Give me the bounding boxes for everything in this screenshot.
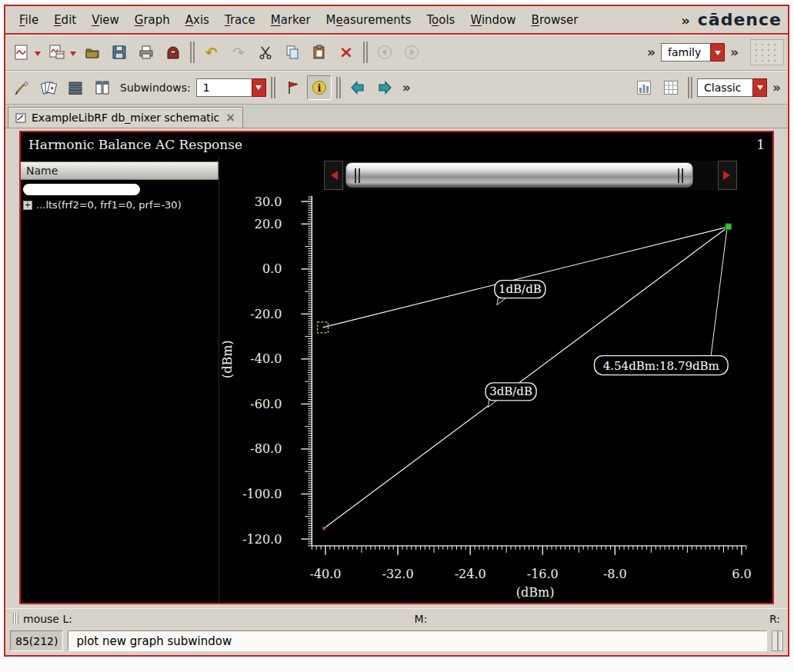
redo-button[interactable]: ↷ [226, 40, 251, 65]
style-dropdown-button[interactable] [752, 78, 767, 97]
svg-text:i: i [317, 82, 321, 94]
back-button[interactable] [372, 40, 397, 65]
menu-marker[interactable]: Marker [263, 10, 319, 30]
flag-button[interactable] [280, 75, 305, 100]
y-tick-label: -80.0 [250, 441, 282, 456]
y-tick-label: -20.0 [250, 307, 282, 321]
split-vertical-button[interactable] [90, 75, 115, 100]
dropdown-arrow-icon [255, 85, 262, 93]
new-waveform-dropdown-arrow[interactable] [35, 52, 41, 59]
scroll-left-button[interactable] [324, 161, 343, 190]
y-tick-label: -40.0 [250, 351, 282, 366]
scrollbar-track[interactable] [343, 161, 718, 190]
plot-canvas[interactable]: 30.020.00.0-20.0-40.0-60.0-80.0-100.0-12… [219, 157, 772, 603]
toolbar-overflow-chevron[interactable]: » [727, 45, 742, 60]
scrollbar-thumb[interactable] [345, 162, 693, 188]
main-toolbar: ↶ ↷ × » family » [5, 35, 788, 71]
trace-1db-per-db [322, 227, 728, 328]
brand-area: » cādence [678, 10, 782, 29]
split-horizontal-button[interactable] [63, 75, 88, 100]
graph-subwindow: Harmonic Balance AC Response 1 Name + ..… [19, 131, 774, 604]
menu-view[interactable]: View [84, 10, 127, 30]
cadence-logo: cādence [698, 10, 782, 29]
menu-window[interactable]: Window [462, 10, 523, 30]
x-axis-title: (dBm) [516, 585, 555, 600]
x-tick-label: -24.0 [455, 567, 486, 581]
back-circle-icon [376, 44, 393, 61]
subwindows-dropdown-value: 1 [196, 78, 252, 97]
undo-button[interactable]: ↶ [199, 40, 224, 65]
prompt-bar: 85(212) plot new graph subwindow [5, 629, 788, 653]
copy-button[interactable] [280, 40, 305, 65]
subwindows-dropdown[interactable]: 1 [196, 78, 266, 97]
scroll-right-button[interactable] [718, 161, 737, 190]
cut-button[interactable] [253, 40, 278, 65]
trace-list-redacted-entry[interactable] [23, 184, 140, 195]
new-waveform-button[interactable] [9, 40, 34, 65]
paste-button[interactable] [307, 40, 332, 65]
menu-file[interactable]: File [12, 10, 46, 30]
menu-browser[interactable]: Browser [524, 10, 586, 30]
toolbar-overflow-chevron[interactable]: » [644, 45, 659, 60]
left-triangle-icon [326, 171, 338, 180]
slope-label: 1dB/dB [499, 282, 542, 296]
menu-trace[interactable]: Trace [217, 10, 263, 30]
copy-icon [284, 44, 301, 61]
menu-edit[interactable]: Edit [46, 10, 84, 30]
tab-bar: ExampleLibRF db_mixer schematic × [5, 105, 788, 128]
right-triangle-icon [723, 171, 735, 180]
info-balloon-button[interactable]: i [307, 75, 332, 100]
y-axis-title: (dBm) [220, 340, 235, 378]
results-tree-item[interactable]: + ...lts(frf2=0, frf1=0, prf=-30) [21, 198, 219, 211]
printer-icon [138, 44, 155, 61]
table-button[interactable] [659, 75, 683, 100]
tree-expand-icon[interactable]: + [23, 201, 32, 210]
statusbar-grip [13, 613, 18, 624]
dropdown-arrow-icon [715, 51, 721, 58]
open-button[interactable] [80, 40, 105, 65]
resize-grip[interactable] [772, 630, 783, 651]
new-subwindow-dropdown-arrow[interactable] [70, 52, 76, 59]
marker-readout-label: 4.54dBm:18.79dBm [603, 359, 719, 373]
browser-cards-button[interactable] [36, 75, 61, 100]
subwindows-dropdown-button[interactable] [252, 78, 266, 97]
trace-start-marker [317, 322, 328, 333]
menu-axis[interactable]: Axis [178, 10, 217, 30]
toolbar-separator [271, 77, 275, 98]
save-button[interactable] [107, 40, 132, 65]
new-waveform-icon [13, 44, 30, 61]
family-dropdown-value: family [661, 43, 710, 62]
menu-measurements[interactable]: Measurements [319, 10, 419, 30]
mouse-left-binding: mouse L: [23, 613, 72, 625]
graph-title: Harmonic Balance AC Response [28, 137, 242, 152]
histogram-button[interactable] [632, 75, 656, 100]
graph-title-bar: Harmonic Balance AC Response 1 [21, 132, 772, 157]
family-dropdown[interactable]: family [661, 43, 725, 62]
tab-db-mixer-schematic[interactable]: ExampleLibRF db_mixer schematic × [8, 107, 243, 128]
toolbar-overflow-chevron[interactable]: » [399, 80, 414, 95]
pan-left-button[interactable] [345, 75, 370, 100]
toolbar-overflow-chevron[interactable]: » [769, 80, 784, 95]
tab-close-icon[interactable]: × [224, 111, 235, 125]
open-results-button[interactable] [161, 40, 185, 65]
slope-label: 3dB/dB [489, 384, 532, 398]
new-subwindow-button[interactable] [45, 40, 69, 65]
menu-graph[interactable]: Graph [127, 10, 178, 30]
delete-button[interactable]: × [334, 40, 359, 65]
menu-tools[interactable]: Tools [419, 10, 462, 30]
y-tick-label: -100.0 [242, 487, 282, 501]
compression-point-marker[interactable] [726, 224, 732, 230]
prompt-message: plot new graph subwindow [68, 630, 767, 651]
family-dropdown-button[interactable] [710, 43, 725, 62]
style-dropdown[interactable]: Classic [697, 78, 767, 97]
name-column-header[interactable]: Name [21, 161, 219, 180]
print-button[interactable] [134, 40, 158, 65]
tab-label: ExampleLibRF db_mixer schematic [32, 111, 219, 124]
forward-button[interactable] [399, 40, 424, 65]
y-tick-label: 20.0 [255, 217, 282, 231]
calculator-wand-button[interactable] [9, 75, 34, 100]
plot-horizontal-scrollbar[interactable] [324, 161, 737, 190]
toolbar-separator [363, 42, 368, 63]
x-tick-label: -16.0 [527, 567, 559, 581]
pan-right-button[interactable] [372, 75, 397, 100]
